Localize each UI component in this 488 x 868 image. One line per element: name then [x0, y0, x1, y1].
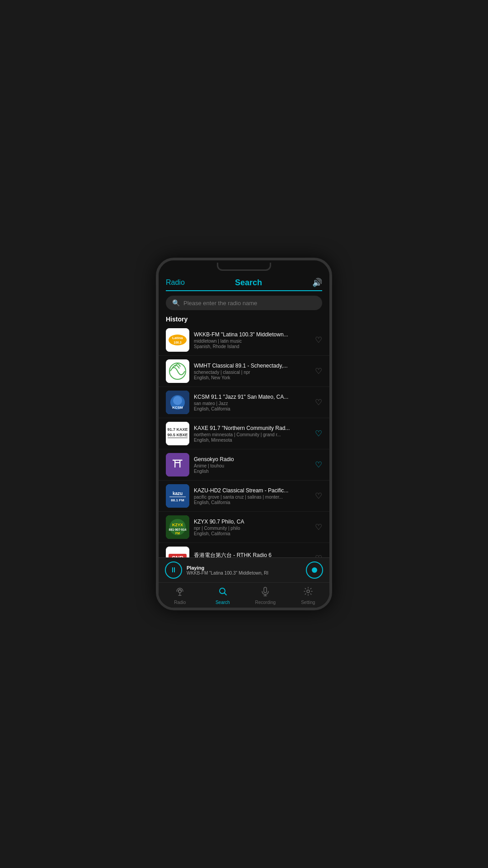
svg-text:88.1 FM: 88.1 FM	[171, 498, 184, 502]
station-lang: English	[194, 469, 311, 474]
station-lang: English, California	[194, 500, 311, 505]
station-tags: pacific grove | santa cruz | salinas | m…	[194, 495, 311, 500]
station-name: 香港電台第六台 - RTHK Radio 6	[194, 552, 311, 558]
svg-text:90.5 KBXE: 90.5 KBXE	[167, 433, 188, 437]
setting-nav-icon	[303, 586, 313, 599]
svg-text:kazu: kazu	[173, 491, 183, 496]
header: Radio Search 🔊	[159, 273, 329, 288]
notch	[217, 263, 271, 271]
station-lang: English, New York	[194, 375, 311, 380]
list-item[interactable]: KZYX 881·907·914 FM KZYX 90.7 Philo, CA …	[159, 512, 329, 543]
station-logo: KZYX 881·907·914 FM	[166, 515, 189, 539]
station-tags: Anime | touhou	[194, 463, 311, 468]
radio-nav-icon	[175, 586, 185, 599]
svg-line-32	[224, 593, 226, 595]
favorite-button[interactable]: ♡	[315, 366, 322, 376]
svg-text:⛩: ⛩	[173, 458, 183, 470]
favorite-button[interactable]: ♡	[315, 429, 322, 439]
station-info: KAXE 91.7 "Northern Community Rad... nor…	[194, 425, 311, 443]
svg-text:FM: FM	[175, 532, 180, 535]
svg-point-8	[173, 396, 182, 405]
search-icon: 🔍	[172, 299, 180, 307]
station-name: KZYX 90.7 Philo, CA	[194, 519, 311, 525]
station-tags: schenectady | classical | npr	[194, 370, 311, 375]
station-info: KCSM 91.1 "Jazz 91" San Mateo, CA... san…	[194, 394, 311, 411]
station-logo: KCSM	[166, 391, 189, 414]
svg-text:100.3: 100.3	[174, 341, 182, 344]
svg-text:KCSM: KCSM	[172, 406, 183, 410]
tab-indicator	[166, 290, 322, 291]
station-name: Gensokyo Radio	[194, 456, 311, 462]
playing-info: Playing WKKB-FM "Latina 100.3" Middletow…	[187, 565, 306, 576]
station-lang: English, California	[194, 406, 311, 411]
favorite-button[interactable]: ♡	[315, 553, 322, 557]
station-info: WKKB-FM "Latina 100.3" Middletown... mid…	[194, 331, 311, 349]
nav-item-search[interactable]: Search	[202, 583, 244, 608]
svg-point-36	[307, 590, 310, 593]
list-item[interactable]: CNR 香港電台第六台 - RTHK Radio 6 News | Talk |…	[159, 543, 329, 557]
favorite-button[interactable]: ♡	[315, 522, 322, 532]
record-dot	[312, 567, 317, 573]
favorite-button[interactable]: ♡	[315, 491, 322, 501]
svg-rect-16	[166, 484, 189, 508]
app-container: Radio Search 🔊 🔍 Please enter the radio …	[159, 273, 329, 608]
history-label: History	[159, 313, 329, 325]
list-item[interactable]: kazu 88.1 FM KAZU-HD2 Classical Stream -…	[159, 481, 329, 512]
svg-text:91.7 KAXE: 91.7 KAXE	[167, 427, 188, 432]
now-playing-bar: ⏸ Playing WKKB-FM "Latina 100.3" Middlet…	[159, 557, 329, 582]
station-logo	[166, 359, 189, 383]
playing-label: Playing	[187, 565, 306, 571]
setting-nav-label: Setting	[301, 600, 315, 605]
play-pause-button[interactable]: ⏸	[165, 561, 182, 579]
nav-item-setting[interactable]: Setting	[287, 583, 330, 608]
station-info: KAZU-HD2 Classical Stream - Pacific... p…	[194, 487, 311, 505]
radio-tab[interactable]: Radio	[166, 278, 185, 287]
station-logo: ⛩	[166, 453, 189, 476]
station-info: KZYX 90.7 Philo, CA npr | Community | ph…	[194, 519, 311, 536]
phone-frame: Radio Search 🔊 🔍 Please enter the radio …	[156, 258, 332, 610]
list-item[interactable]: ⛩ Gensokyo Radio Anime | touhou English …	[159, 449, 329, 481]
svg-rect-13	[168, 438, 188, 438]
station-logo: Latina 100.3	[166, 328, 189, 352]
nav-item-recording[interactable]: Recording	[244, 583, 287, 608]
list-item[interactable]: Latina 100.3 WKKB-FM "Latina 100.3" Midd…	[159, 325, 329, 356]
svg-point-28	[178, 590, 181, 593]
station-name: KAZU-HD2 Classical Stream - Pacific...	[194, 487, 311, 494]
favorite-button[interactable]: ♡	[315, 335, 322, 345]
search-nav-icon	[218, 586, 228, 599]
list-item[interactable]: KCSM KCSM 91.1 "Jazz 91" San Mateo, CA..…	[159, 387, 329, 418]
search-tab[interactable]: Search	[235, 278, 262, 288]
list-item[interactable]: 91.7 KAXE 90.5 KBXE KAXE 91.7 "Northern …	[159, 418, 329, 449]
svg-rect-33	[264, 587, 267, 593]
search-bar[interactable]: 🔍 Please enter the radio name	[166, 296, 322, 310]
status-bar	[159, 260, 329, 273]
station-lang: English, California	[194, 531, 311, 536]
station-list: Latina 100.3 WKKB-FM "Latina 100.3" Midd…	[159, 325, 329, 557]
bottom-nav: Radio Search Recording Setting	[159, 582, 329, 608]
radio-nav-label: Radio	[174, 600, 186, 605]
station-tags: middletown | latin music	[194, 339, 311, 344]
station-lang: English, Minnesota	[194, 438, 311, 443]
station-name: KCSM 91.1 "Jazz 91" San Mateo, CA...	[194, 394, 311, 400]
list-item[interactable]: WMHT Classical 89.1 - Schenectady,... sc…	[159, 356, 329, 387]
svg-text:KZYX: KZYX	[172, 523, 183, 527]
station-info: 香港電台第六台 - RTHK Radio 6 News | Talk | Fin…	[194, 552, 311, 558]
recording-nav-icon	[260, 586, 270, 599]
favorite-button[interactable]: ♡	[315, 460, 322, 470]
station-info: WMHT Classical 89.1 - Schenectady,... sc…	[194, 363, 311, 380]
nav-item-radio[interactable]: Radio	[159, 583, 202, 608]
station-name: WKKB-FM "Latina 100.3" Middletown...	[194, 331, 311, 338]
volume-icon[interactable]: 🔊	[312, 278, 322, 288]
svg-text:Latina: Latina	[172, 336, 183, 340]
station-lang: Spanish, Rhode Island	[194, 344, 311, 349]
station-logo: kazu 88.1 FM	[166, 484, 189, 508]
station-name: KAXE 91.7 "Northern Community Rad...	[194, 425, 311, 431]
svg-text:881·907·914: 881·907·914	[169, 528, 187, 531]
search-nav-label: Search	[216, 600, 230, 605]
record-button[interactable]	[306, 561, 323, 579]
favorite-button[interactable]: ♡	[315, 397, 322, 407]
station-tags: san mateo | Jazz	[194, 401, 311, 406]
station-name: WMHT Classical 89.1 - Schenectady,...	[194, 363, 311, 369]
station-logo: 91.7 KAXE 90.5 KBXE	[166, 422, 189, 445]
station-tags: northern minnesota | Community | grand r…	[194, 432, 311, 437]
